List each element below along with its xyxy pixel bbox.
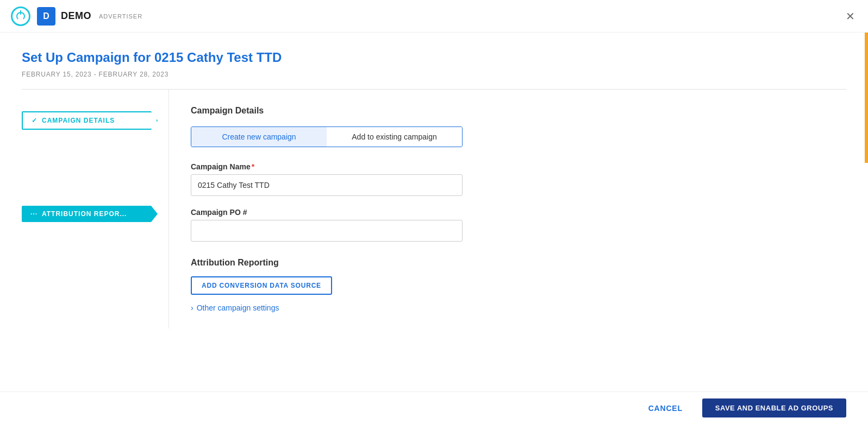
campaign-type-toggle: Create new campaign Add to existing camp…	[191, 126, 463, 147]
main-layout: ✓ CAMPAIGN DETAILS ··· ATTRIBUTION REPOR…	[22, 90, 846, 328]
campaign-po-label: Campaign PO #	[191, 208, 825, 217]
campaign-name-label: Campaign Name*	[191, 162, 825, 171]
attribution-section: Attribution Reporting ADD CONVERSION DAT…	[191, 258, 825, 312]
step-attribution[interactable]: ··· ATTRIBUTION REPOR...	[22, 206, 158, 222]
page-title: Set Up Campaign for 0215 Cathy Test TTD	[22, 50, 846, 65]
advertiser-type: ADVERTISER	[99, 13, 142, 20]
header: D DEMO ADVERTISER ✕	[0, 0, 868, 33]
other-settings-label: Other campaign settings	[197, 303, 279, 312]
steps-sidebar: ✓ CAMPAIGN DETAILS ··· ATTRIBUTION REPOR…	[22, 90, 168, 328]
check-icon: ✓	[32, 117, 38, 124]
page-content: Set Up Campaign for 0215 Cathy Test TTD …	[0, 33, 868, 328]
date-range: FEBRUARY 15, 2023 - FEBRUARY 28, 2023	[22, 71, 846, 78]
cancel-button[interactable]: CANCEL	[640, 400, 691, 417]
advertiser-avatar: D	[37, 7, 55, 26]
campaign-name-input[interactable]	[191, 174, 463, 196]
step-campaign-details[interactable]: ✓ CAMPAIGN DETAILS	[22, 111, 158, 130]
add-existing-campaign-button[interactable]: Add to existing campaign	[327, 127, 462, 147]
advertiser-block: D DEMO ADVERTISER	[37, 7, 142, 26]
logo-icon	[11, 7, 30, 26]
campaign-name-group: Campaign Name*	[191, 162, 825, 196]
campaign-po-input[interactable]	[191, 220, 463, 242]
attribution-title: Attribution Reporting	[191, 258, 825, 268]
section-title: Campaign Details	[191, 106, 825, 116]
add-conversion-button[interactable]: ADD CONVERSION DATA SOURCE	[191, 276, 332, 295]
step2-label: ATTRIBUTION REPOR...	[42, 210, 127, 218]
form-content: Campaign Details Create new campaign Add…	[168, 90, 846, 328]
save-button[interactable]: SAVE AND ENABLE AD GROUPS	[702, 398, 846, 417]
required-star: *	[252, 162, 254, 171]
create-new-campaign-button[interactable]: Create new campaign	[191, 127, 327, 147]
step1-label: CAMPAIGN DETAILS	[42, 117, 115, 124]
chevron-right-icon: ›	[191, 303, 193, 312]
close-button[interactable]: ✕	[846, 10, 855, 23]
footer: CANCEL SAVE AND ENABLE AD GROUPS	[0, 391, 868, 424]
campaign-po-group: Campaign PO #	[191, 208, 825, 242]
dots-icon: ···	[30, 210, 38, 218]
other-settings-toggle[interactable]: › Other campaign settings	[191, 303, 825, 312]
advertiser-name: DEMO	[61, 10, 91, 22]
